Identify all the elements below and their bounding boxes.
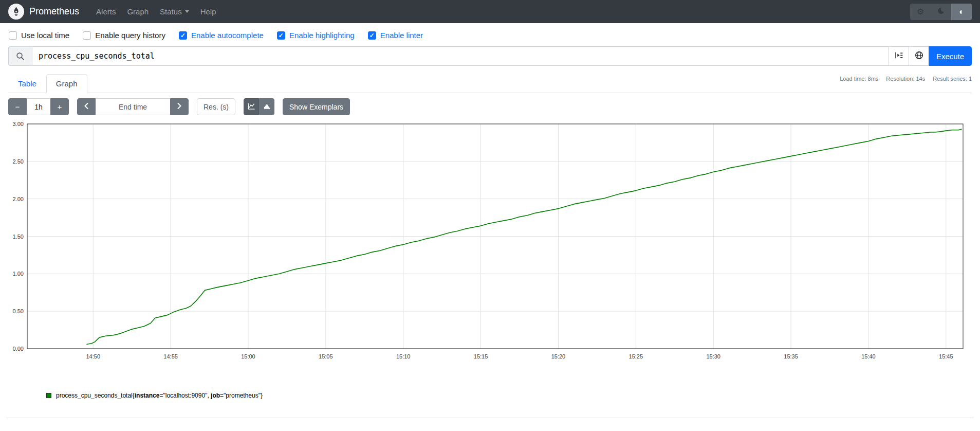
search-icon: [8, 46, 32, 66]
result-series-stat: Result series: 1: [933, 76, 972, 93]
brand-label: Prometheus: [29, 6, 79, 17]
checkbox-enable-query-history[interactable]: ✓ Enable query history: [83, 31, 165, 40]
checkbox-enable-highlighting[interactable]: ✓ Enable highlighting: [277, 31, 355, 40]
checkbox-icon: ✓: [9, 31, 17, 40]
globe-icon: [915, 51, 923, 61]
svg-text:2.50: 2.50: [13, 158, 24, 165]
resolution-stat: Resolution: 14s: [886, 76, 925, 93]
tab-graph[interactable]: Graph: [46, 74, 87, 93]
time-back-button[interactable]: [77, 98, 96, 115]
range-increase-button[interactable]: +: [50, 98, 69, 115]
checkbox-icon: ✓: [368, 31, 376, 40]
chevron-right-icon: [176, 102, 182, 111]
range-decrease-button[interactable]: −: [8, 98, 27, 115]
stacked-chart-icon: [263, 102, 271, 112]
brand[interactable]: Prometheus: [8, 4, 79, 20]
nav-item-status[interactable]: Status: [154, 7, 195, 16]
moon-icon: [937, 7, 945, 16]
svg-text:15:15: 15:15: [474, 353, 488, 360]
svg-text:3.00: 3.00: [13, 121, 24, 127]
legend-item[interactable]: process_cpu_seconds_total{instance="loca…: [46, 392, 972, 399]
graph-panel: 0.000.501.001.502.002.503.0014:5014:5515…: [8, 121, 972, 399]
graph-toolbar: − +: [8, 98, 972, 115]
line-chart-icon: [248, 102, 255, 112]
svg-text:0.50: 0.50: [13, 308, 24, 314]
svg-text:15:35: 15:35: [784, 353, 798, 360]
chevron-down-icon: [185, 10, 189, 13]
checkbox-icon: ✓: [179, 31, 187, 40]
metrics-explorer-icon: [895, 51, 903, 61]
range-group: − +: [8, 98, 69, 115]
query-expression-input[interactable]: [32, 46, 889, 66]
svg-text:0.00: 0.00: [13, 346, 24, 352]
svg-text:14:50: 14:50: [86, 353, 100, 360]
chevron-left-icon: [83, 102, 89, 111]
auto-theme-button[interactable]: ◐: [951, 4, 972, 20]
svg-text:15:20: 15:20: [551, 353, 566, 360]
query-stats: Load time: 8ms Resolution: 14s Result se…: [840, 74, 972, 93]
checkbox-enable-linter[interactable]: ✓ Enable linter: [368, 31, 423, 40]
end-time-group: [77, 98, 189, 115]
svg-text:1.00: 1.00: [13, 271, 24, 277]
svg-text:14:55: 14:55: [163, 353, 178, 360]
svg-text:15:25: 15:25: [629, 353, 643, 360]
prometheus-logo-icon: [8, 4, 24, 20]
series-color-swatch: [46, 393, 51, 398]
metrics-explorer-button[interactable]: [889, 46, 909, 66]
line-chart-toggle-button[interactable]: [244, 98, 259, 115]
light-theme-button[interactable]: ⚙: [910, 4, 931, 20]
load-time-stat: Load time: 8ms: [840, 76, 878, 93]
chart-type-group: [244, 98, 274, 115]
result-tabs: Table Graph Load time: 8ms Resolution: 1…: [8, 74, 972, 93]
svg-text:15:00: 15:00: [241, 353, 255, 360]
time-series-chart[interactable]: 0.000.501.001.502.002.503.0014:5014:5515…: [8, 121, 972, 378]
svg-text:15:10: 15:10: [396, 353, 411, 360]
svg-text:2.00: 2.00: [13, 196, 24, 202]
options-row: ✓ Use local time ✓ Enable query history …: [0, 23, 980, 40]
explain-globe-button[interactable]: [909, 46, 929, 66]
svg-text:1.50: 1.50: [13, 234, 24, 240]
query-bar: Execute: [8, 46, 972, 66]
panel-divider: [6, 418, 974, 418]
resolution-input[interactable]: [197, 98, 235, 115]
nav-item-help[interactable]: Help: [195, 7, 222, 16]
svg-text:15:40: 15:40: [861, 353, 876, 360]
navbar: Prometheus Alerts Graph Status Help ⚙ ◐: [0, 0, 980, 23]
execute-button[interactable]: Execute: [929, 46, 972, 66]
checkbox-enable-autocomplete[interactable]: ✓ Enable autocomplete: [179, 31, 264, 40]
time-forward-button[interactable]: [170, 98, 189, 115]
dark-theme-button[interactable]: [931, 4, 951, 20]
gear-sun-icon: ⚙: [917, 7, 924, 16]
svg-text:15:30: 15:30: [706, 353, 720, 360]
nav-item-alerts[interactable]: Alerts: [90, 7, 121, 16]
tab-table[interactable]: Table: [8, 74, 46, 93]
svg-text:15:45: 15:45: [939, 353, 953, 360]
nav-item-graph[interactable]: Graph: [121, 7, 154, 16]
checkbox-icon: ✓: [83, 31, 91, 40]
range-input[interactable]: [27, 98, 50, 115]
checkbox-icon: ✓: [277, 31, 285, 40]
checkbox-use-local-time[interactable]: ✓ Use local time: [9, 31, 69, 40]
theme-toggle-group: ⚙ ◐: [910, 4, 972, 20]
half-circle-icon: ◐: [959, 7, 964, 16]
end-time-input[interactable]: [96, 98, 170, 115]
stacked-chart-toggle-button[interactable]: [259, 98, 274, 115]
svg-text:15:05: 15:05: [319, 353, 333, 360]
show-exemplars-button[interactable]: Show Exemplars: [283, 98, 350, 115]
series-label: process_cpu_seconds_total{instance="loca…: [56, 392, 263, 399]
